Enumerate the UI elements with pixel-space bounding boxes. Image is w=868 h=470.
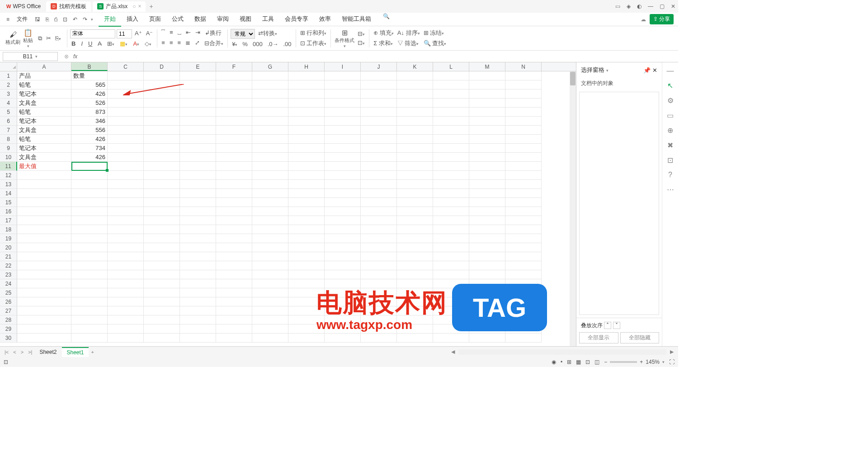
cell[interactable] — [216, 279, 252, 288]
cell[interactable] — [361, 225, 397, 234]
share-button[interactable]: ⇪ 分享 — [650, 14, 674, 24]
cell[interactable] — [469, 189, 505, 198]
menu-file[interactable]: 文件 — [13, 14, 31, 25]
align-middle-icon[interactable]: ≡ — [168, 28, 175, 38]
cell[interactable] — [216, 89, 252, 99]
tab-close-icon[interactable]: × — [138, 3, 141, 9]
cell[interactable] — [180, 108, 216, 117]
cell[interactable] — [361, 261, 397, 270]
menu-tab-tools[interactable]: 工具 — [257, 12, 279, 27]
cell[interactable] — [252, 216, 288, 225]
collapse-icon[interactable]: — — [667, 67, 674, 75]
tools-icon[interactable]: ✖ — [667, 141, 673, 150]
select-all-corner[interactable]: ◢ — [0, 62, 17, 71]
row-header[interactable]: 8 — [0, 135, 17, 144]
cell[interactable] — [361, 153, 397, 162]
cell[interactable]: 346 — [71, 117, 108, 126]
cell[interactable] — [144, 99, 180, 108]
cell[interactable] — [216, 288, 252, 297]
cell[interactable] — [216, 261, 252, 270]
cell[interactable] — [469, 225, 505, 234]
cell[interactable] — [361, 189, 397, 198]
cell[interactable] — [252, 279, 288, 288]
cell[interactable] — [252, 270, 288, 279]
cell[interactable] — [469, 99, 505, 108]
cell[interactable] — [397, 89, 433, 99]
cell[interactable]: 笔记本 — [17, 117, 71, 126]
cell[interactable]: 数量 — [71, 71, 108, 80]
cell[interactable] — [216, 334, 252, 343]
search-icon[interactable]: 🔍 — [381, 12, 392, 27]
col-L[interactable]: L — [433, 62, 469, 71]
tab-menu-icon[interactable]: ○ — [132, 3, 136, 9]
cell[interactable] — [17, 297, 71, 306]
cell[interactable] — [325, 117, 361, 126]
cell[interactable] — [108, 261, 144, 270]
cell[interactable] — [433, 144, 469, 153]
cell[interactable] — [288, 108, 325, 117]
cell[interactable] — [180, 89, 216, 99]
cell[interactable] — [469, 207, 505, 216]
menu-tab-formula[interactable]: 公式 — [166, 12, 189, 27]
zoom-dropdown-icon[interactable]: ▾ — [662, 360, 665, 364]
cell[interactable] — [288, 80, 325, 89]
cell[interactable] — [469, 126, 505, 135]
avatar-icon[interactable]: ◐ — [637, 3, 642, 9]
cell[interactable] — [108, 334, 144, 343]
fill-color-icon[interactable]: ▦▾ — [118, 40, 129, 47]
sheet-last-icon[interactable]: >| — [26, 349, 34, 355]
cell[interactable] — [252, 144, 288, 153]
name-box[interactable]: B11▾ — [3, 52, 58, 61]
cell[interactable] — [361, 207, 397, 216]
hamburger-icon[interactable]: ≡ — [5, 15, 11, 24]
link-icon[interactable]: ⎘ — [44, 15, 51, 24]
cell[interactable] — [397, 252, 433, 261]
cell[interactable] — [17, 324, 71, 334]
cell[interactable] — [108, 225, 144, 234]
cell[interactable] — [505, 80, 542, 89]
row-header[interactable]: 23 — [0, 270, 17, 279]
cell[interactable] — [469, 153, 505, 162]
cell[interactable] — [397, 270, 433, 279]
cell[interactable]: 426 — [71, 135, 108, 144]
col-M[interactable]: M — [469, 62, 505, 71]
cell[interactable] — [505, 270, 542, 279]
cell[interactable] — [252, 324, 288, 334]
find-button[interactable]: 🔍 查找▾ — [422, 39, 448, 48]
font-select[interactable] — [70, 29, 115, 38]
cell[interactable] — [252, 89, 288, 99]
cell[interactable] — [180, 270, 216, 279]
col-J[interactable]: J — [361, 62, 397, 71]
cell[interactable] — [180, 162, 216, 171]
cell[interactable] — [71, 171, 108, 180]
cell[interactable] — [433, 180, 469, 189]
cell[interactable] — [216, 315, 252, 324]
cell[interactable]: 526 — [71, 99, 108, 108]
cell[interactable] — [216, 252, 252, 261]
sheet-tab-2[interactable]: Sheet2 — [35, 348, 61, 357]
cell[interactable] — [144, 270, 180, 279]
cell[interactable] — [505, 108, 542, 117]
cell[interactable] — [505, 252, 542, 261]
bold-icon[interactable]: B — [70, 40, 77, 47]
wrap-icon[interactable]: ↲换行 — [203, 28, 223, 38]
print-icon[interactable]: ⎙ — [52, 15, 59, 24]
cell[interactable] — [433, 135, 469, 144]
zoom-value[interactable]: 145% — [646, 359, 660, 365]
tab-file[interactable]: S 产品.xlsx ○ × — [93, 1, 146, 12]
cell[interactable] — [108, 126, 144, 135]
increase-font-icon[interactable]: A⁺ — [133, 29, 143, 38]
cell[interactable] — [325, 334, 361, 343]
cell[interactable] — [397, 71, 433, 80]
cell[interactable] — [505, 225, 542, 234]
row-header[interactable]: 1 — [0, 71, 17, 80]
cell[interactable] — [108, 171, 144, 180]
decrease-font-icon[interactable]: A⁻ — [145, 29, 155, 38]
cell[interactable] — [325, 198, 361, 207]
cell[interactable] — [361, 117, 397, 126]
sum-button[interactable]: Σ 求和▾ — [372, 39, 395, 48]
cell[interactable] — [180, 334, 216, 343]
row-header[interactable]: 25 — [0, 288, 17, 297]
cell[interactable] — [469, 80, 505, 89]
cell[interactable] — [71, 189, 108, 198]
